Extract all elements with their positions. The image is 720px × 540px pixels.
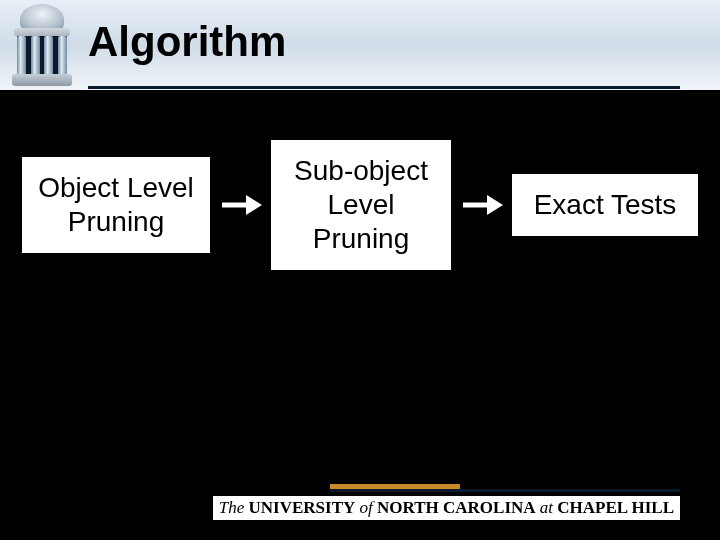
logo-base xyxy=(12,74,72,86)
footer-word: of xyxy=(360,498,373,517)
footer-attribution: The UNIVERSITY of NORTH CAROLINA at CHAP… xyxy=(213,496,680,520)
logo-dome xyxy=(20,4,64,30)
box-exact-tests: Exact Tests xyxy=(512,174,698,236)
box-line: Sub-object xyxy=(294,155,428,186)
svg-marker-1 xyxy=(246,195,262,215)
arrow-right-icon xyxy=(460,192,504,218)
box-line: Object Level xyxy=(38,172,194,203)
footer-rule xyxy=(330,489,680,492)
logo-ledge xyxy=(14,28,70,36)
footer-word: at xyxy=(540,498,553,517)
box-line: Pruning xyxy=(313,223,410,254)
footer-word: UNIVERSITY xyxy=(249,498,356,517)
slide-title: Algorithm xyxy=(88,18,286,66)
algorithm-flow: Object Level Pruning Sub-object Level Pr… xyxy=(22,140,698,270)
title-underline xyxy=(88,86,680,89)
box-object-level-pruning: Object Level Pruning xyxy=(22,157,210,253)
footer-word: CHAPEL HILL xyxy=(557,498,674,517)
box-line: Pruning xyxy=(68,206,165,237)
box-line: Exact Tests xyxy=(534,189,677,220)
box-subobject-level-pruning: Sub-object Level Pruning xyxy=(271,140,451,270)
old-well-logo xyxy=(8,4,76,88)
footer-word: NORTH CAROLINA xyxy=(377,498,536,517)
footer-word: The xyxy=(219,498,245,517)
logo-columns xyxy=(17,36,67,76)
arrow-right-icon xyxy=(219,192,263,218)
svg-marker-3 xyxy=(487,195,503,215)
box-line: Level xyxy=(328,189,395,220)
